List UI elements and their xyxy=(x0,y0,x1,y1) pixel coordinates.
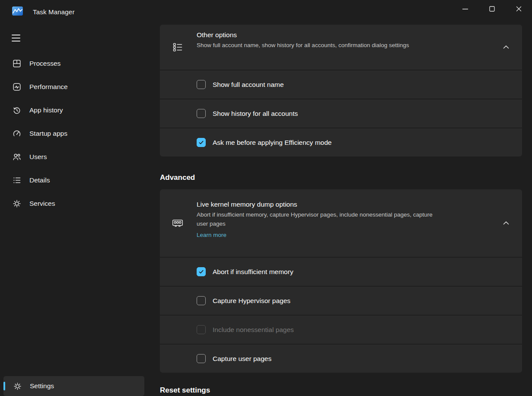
checkbox-label: Capture Hypervisor pages xyxy=(213,297,290,305)
window-title: Task Manager xyxy=(33,8,75,16)
sidebar-item-performance[interactable]: Performance xyxy=(0,75,150,99)
sidebar-item-details[interactable]: Details xyxy=(0,169,150,192)
gear-icon xyxy=(13,382,22,391)
hamburger-menu-icon xyxy=(12,35,20,35)
checkbox-label: Show full account name xyxy=(213,81,284,89)
startup-gauge-icon xyxy=(12,129,22,138)
kernel-dump-expander[interactable]: Live kernel memory dump options Abort if… xyxy=(160,189,522,257)
checkmark-icon xyxy=(198,268,204,275)
sidebar-item-users[interactable]: Users xyxy=(0,145,150,169)
row-capture-user-pages[interactable]: Capture user pages xyxy=(160,344,522,373)
checkmark-icon xyxy=(198,139,204,146)
memory-chip-icon xyxy=(172,217,183,229)
expander-title: Other options xyxy=(197,31,492,39)
history-clock-icon xyxy=(12,105,22,115)
performance-pulse-icon xyxy=(12,82,22,92)
sidebar-item-label: Processes xyxy=(29,60,61,67)
hamburger-menu-button[interactable] xyxy=(7,30,25,46)
checkbox[interactable] xyxy=(197,267,206,276)
other-options-card: Other options Show full account name, sh… xyxy=(160,25,522,156)
processes-grid-icon xyxy=(12,59,22,68)
details-list-icon xyxy=(12,176,22,185)
sidebar-item-label: Startup apps xyxy=(29,130,67,137)
checkbox-label: Capture user pages xyxy=(213,355,271,363)
chevron-up-icon[interactable] xyxy=(501,218,511,228)
chevron-up-icon[interactable] xyxy=(501,42,511,52)
sidebar-item-label: Settings xyxy=(30,382,54,390)
checkbox[interactable] xyxy=(197,354,206,363)
checkbox[interactable] xyxy=(197,109,206,118)
checkbox-label: Ask me before applying Efficiency mode xyxy=(213,139,331,147)
checkbox-label: Show history for all accounts xyxy=(213,110,298,118)
sidebar-item-label: App history xyxy=(29,106,63,114)
sidebar-item-settings[interactable]: Settings xyxy=(3,376,144,396)
sidebar-item-label: Services xyxy=(29,200,55,208)
row-capture-hypervisor-pages[interactable]: Capture Hypervisor pages xyxy=(160,286,522,315)
checkbox[interactable] xyxy=(197,138,206,147)
other-options-expander[interactable]: Other options Show full account name, sh… xyxy=(160,25,522,70)
sidebar-item-label: Performance xyxy=(29,83,68,91)
kernel-dump-card: Live kernel memory dump options Abort if… xyxy=(160,189,522,373)
checkbox-label: Abort if insufficient memory xyxy=(213,268,293,276)
row-show-history-all-accounts[interactable]: Show history for all accounts xyxy=(160,99,522,128)
advanced-section-heading: Advanced xyxy=(160,173,195,182)
learn-more-link[interactable]: Learn more xyxy=(197,232,226,238)
row-include-nonessential-pages: Include nonessential pages xyxy=(160,315,522,344)
options-list-icon xyxy=(172,42,183,53)
sidebar-item-label: Details xyxy=(29,176,50,184)
services-gear-icon xyxy=(12,199,22,208)
reset-settings-heading: Reset settings xyxy=(160,386,210,395)
settings-scroll-area[interactable]: Other options Show full account name, sh… xyxy=(160,0,522,396)
sidebar: Processes Performance App history xyxy=(0,24,150,396)
checkbox-label: Include nonessential pages xyxy=(213,326,294,334)
expander-title: Live kernel memory dump options xyxy=(197,201,492,208)
sidebar-nav: Processes Performance App history xyxy=(0,52,150,215)
task-manager-logo xyxy=(12,6,23,16)
sidebar-item-app-history[interactable]: App history xyxy=(0,99,150,122)
users-icon xyxy=(12,152,22,162)
selected-indicator xyxy=(3,382,5,390)
expander-subtitle: Show full account name, show history for… xyxy=(197,41,456,50)
expander-subtitle: Abort if insufficient memory, capture Hy… xyxy=(197,211,445,229)
row-ask-before-efficiency-mode[interactable]: Ask me before applying Efficiency mode xyxy=(160,128,522,156)
row-abort-if-insufficient-memory[interactable]: Abort if insufficient memory xyxy=(160,257,522,286)
row-show-full-account-name[interactable]: Show full account name xyxy=(160,70,522,99)
sidebar-item-startup-apps[interactable]: Startup apps xyxy=(0,122,150,145)
checkbox xyxy=(197,325,206,334)
sidebar-item-services[interactable]: Services xyxy=(0,192,150,215)
sidebar-item-processes[interactable]: Processes xyxy=(0,52,150,75)
sidebar-item-label: Users xyxy=(29,153,47,161)
checkbox[interactable] xyxy=(197,296,206,305)
checkbox[interactable] xyxy=(197,80,206,89)
